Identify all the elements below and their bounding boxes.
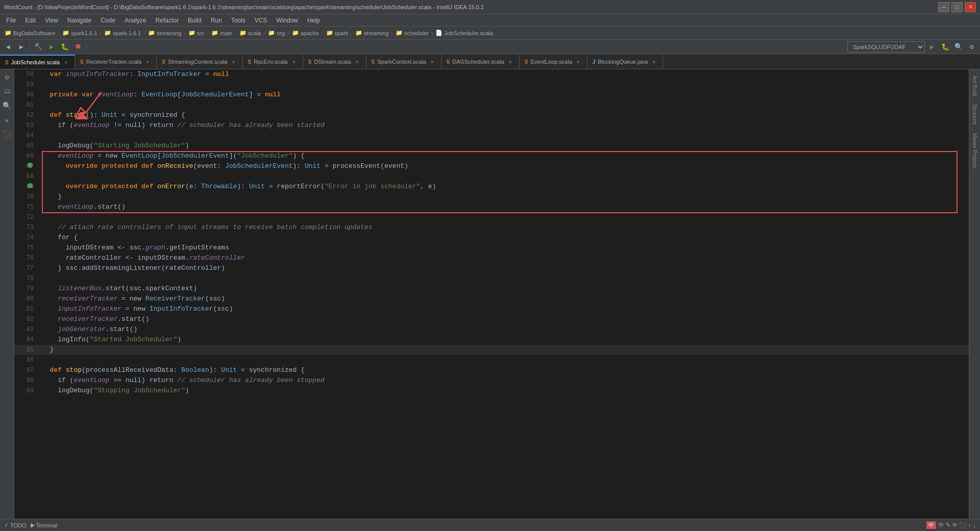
token-normal: .start() — [117, 315, 149, 323]
breadcrumb-item-org[interactable]: 📁org — [266, 30, 286, 36]
right-sidebar-maven[interactable]: Maven Projects — [972, 129, 977, 172]
breadcrumb-item-spark1-6-1[interactable]: 📁spark1.6.1 — [61, 30, 99, 36]
menu-item-code[interactable]: Code — [96, 16, 119, 25]
tab-receivertracker-scala[interactable]: SReceiverTracker.scala× — [75, 55, 157, 69]
tab-close-button[interactable]: × — [354, 58, 361, 65]
minimize-button[interactable]: ─ — [938, 2, 949, 12]
status-icon-6: ↓ — [973, 522, 976, 528]
toolbar-right: SparkSQLUDFUDAF ▶ 🐛 🔍 ⚙ — [847, 41, 978, 53]
menu-item-run[interactable]: Run — [207, 16, 226, 25]
token-normal: [ — [157, 152, 161, 160]
breadcrumb-item-streaming[interactable]: 📁streaming — [354, 30, 390, 36]
token-normal: = new — [121, 305, 150, 313]
token-normal: logDebug( — [42, 387, 93, 394]
menu-item-file[interactable]: File — [2, 16, 20, 25]
breadcrumb-item-main[interactable]: 📁main — [210, 30, 234, 36]
line-content — [40, 100, 969, 110]
breadcrumb-item-scheduler[interactable]: 📁scheduler — [394, 30, 430, 36]
line-number: 69 — [14, 182, 40, 192]
tab-close-button[interactable]: × — [62, 59, 69, 66]
token-type: EventLoop — [121, 152, 157, 160]
terminal-tab[interactable]: ▶ Terminal — [31, 522, 58, 528]
token-normal: } — [42, 346, 54, 353]
sidebar-icon-5[interactable]: ⬛ — [2, 129, 13, 140]
terminal-icon: ▶ — [31, 522, 35, 528]
code-editor[interactable]: 58 var inputInfoTracker: InputInfoTracke… — [14, 69, 969, 519]
code-line-72: 72 — [14, 212, 969, 222]
breadcrumb-item-src[interactable]: 📁src — [187, 30, 206, 36]
tab-streamingcontext-scala[interactable]: SStreamingContext.scala× — [157, 55, 242, 69]
breadcrumb-item-spark-1-6-1[interactable]: 📁spark-1.6.1 — [103, 30, 142, 36]
menu-item-view[interactable]: View — [41, 16, 62, 25]
line-content: for { — [40, 233, 969, 243]
breadcrumb-item-scala[interactable]: 📁scala — [238, 30, 263, 36]
breadcrumb-item-jobscheduler-scala[interactable]: 📄JobScheduler.scala — [434, 30, 494, 36]
code-line-82: 82 receiverTracker.start() — [14, 314, 969, 324]
line-number: 64 — [14, 131, 40, 141]
tab-dagscheduler-scala[interactable]: SDAGScheduler.scala× — [442, 55, 520, 69]
folder-icon: 📁 — [62, 30, 69, 36]
toolbar-back-button[interactable]: ◀ — [2, 41, 14, 53]
toolbar-debug-button[interactable]: 🐛 — [59, 41, 71, 53]
toolbar-run-button[interactable]: ▶ — [45, 41, 58, 53]
menu-item-edit[interactable]: Edit — [21, 16, 40, 25]
tab-sparkcontext-scala[interactable]: SSparkContext.scala× — [366, 55, 442, 69]
token-normal — [42, 305, 58, 313]
line-number: 68 — [14, 171, 40, 182]
token-normal: ): — [209, 366, 221, 374]
tab-rpcenv-scala[interactable]: SRpcEnv.scala× — [243, 55, 303, 69]
menu-item-help[interactable]: Help — [303, 16, 324, 25]
menu-item-window[interactable]: Window — [272, 16, 302, 25]
breadcrumb-item-streaming[interactable]: 📁streaming — [146, 30, 183, 36]
line-content: logDebug("Starting JobScheduler") — [40, 141, 969, 151]
run-config-dropdown[interactable]: SparkSQLUDFUDAF — [847, 41, 925, 53]
line-content: // attach rate controllers of input stre… — [40, 222, 969, 233]
token-normal: != null) return — [110, 121, 178, 129]
close-button[interactable]: ✕ — [965, 2, 976, 12]
menu-item-build[interactable]: Build — [184, 16, 206, 25]
tab-close-button[interactable]: × — [230, 58, 237, 65]
toolbar-build-button[interactable]: 🔨 — [32, 41, 44, 53]
toolbar-search-button[interactable]: 🔍 — [952, 41, 965, 53]
breadcrumb-item-apache[interactable]: 📁apache — [290, 30, 321, 36]
toolbar-stop-button[interactable]: ⏹ — [72, 41, 84, 53]
tab-close-button[interactable]: × — [507, 58, 514, 65]
tab-close-button[interactable]: × — [575, 58, 582, 65]
tab-close-button[interactable]: × — [144, 58, 151, 65]
todo-tab[interactable]: ✓ TODO — [4, 522, 27, 528]
line-number: 71 — [14, 202, 40, 212]
tab-close-button[interactable]: × — [290, 58, 298, 65]
code-line-69: 69 override protected def onError(e: Thr… — [14, 182, 969, 192]
right-sidebar-structure[interactable]: Structure — [972, 100, 977, 129]
tab-eventloop-scala[interactable]: SEventLoop.scala× — [520, 55, 587, 69]
breadcrumb-item-bigdatasoftware[interactable]: 📁BigDataSoftware — [3, 30, 57, 36]
menu-item-refactor[interactable]: Refactor — [152, 16, 183, 25]
token-type: Boolean — [181, 366, 209, 374]
sidebar-icon-4[interactable]: ★ — [2, 114, 13, 125]
line-number: 88 — [14, 375, 40, 386]
line-content: inputInfoTracker = new InputInfoTracker(… — [40, 304, 969, 314]
tab-close-button[interactable]: × — [429, 58, 436, 65]
menu-item-analyze[interactable]: Analyze — [120, 16, 151, 25]
toolbar-settings-button[interactable]: ⚙ — [966, 41, 978, 53]
tab-close-button[interactable]: × — [650, 58, 657, 65]
sidebar-icon-2[interactable]: 🗂 — [2, 86, 13, 97]
tab-dstream-scala[interactable]: SDStream.scala× — [303, 55, 366, 69]
breadcrumb-item-spark[interactable]: 📁spark — [325, 30, 350, 36]
code-line-85: 85 } — [14, 345, 969, 355]
tab-blockingqueue-java[interactable]: JBlockingQueue.java× — [587, 55, 663, 69]
toolbar-run2-button[interactable]: ▶ — [926, 41, 938, 53]
sidebar-icon-3[interactable]: 🔍 — [2, 100, 13, 111]
toolbar-forward-button[interactable]: ▶ — [15, 41, 28, 53]
menu-item-vcs[interactable]: VCS — [251, 16, 272, 25]
token-var-italic: inputInfoTracker — [58, 305, 121, 313]
breakpoint-dot — [28, 163, 33, 168]
menu-item-tools[interactable]: Tools — [227, 16, 250, 25]
tab-jobscheduler-scala[interactable]: SJobScheduler.scala× — [0, 55, 75, 69]
toolbar-debug2-button[interactable]: 🐛 — [939, 41, 951, 53]
right-sidebar-ant-build[interactable]: Ant Build — [972, 71, 977, 100]
sidebar-icon-1[interactable]: ⚙ — [2, 71, 13, 83]
maximize-button[interactable]: □ — [951, 2, 963, 12]
line-content: eventLoop.start() — [40, 202, 969, 212]
menu-item-navigate[interactable]: Navigate — [63, 16, 95, 25]
